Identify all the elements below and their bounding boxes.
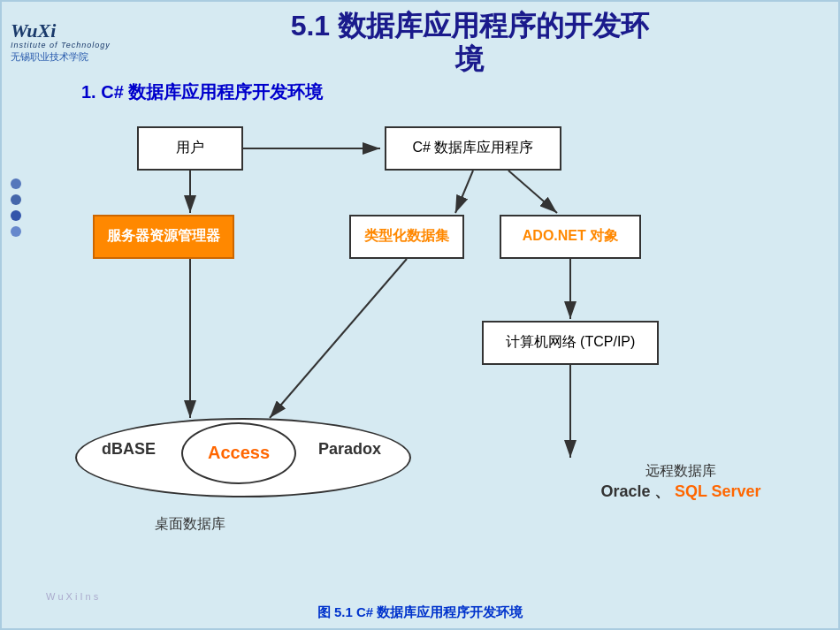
svg-line-4: [508, 171, 557, 213]
watermark: W u X i I n s: [46, 591, 98, 602]
logo-chinese: 无锡职业技术学院: [11, 50, 88, 64]
box-server: 服务器资源管理器: [93, 215, 234, 259]
diagram: 用户 C# 数据库应用程序 服务器资源管理器 类型化数据集 ADO.NET 对象…: [49, 118, 809, 586]
remote-db-label: 远程数据库: [570, 462, 791, 481]
header: WuXi Institute of Technology 无锡职业技术学院 5.…: [2, 2, 838, 80]
box-user: 用户: [137, 126, 243, 171]
remote-db-content: Oracle 、 SQL Server: [570, 481, 791, 502]
box-dataset: 类型化数据集: [349, 215, 464, 259]
label-dbase: dBASE: [102, 440, 156, 459]
logo-institute: Institute of Technology: [11, 41, 111, 49]
header-title: 5.1 数据库应用程序的开发环 境: [119, 9, 821, 77]
box-network: 计算机网络 (TCP/IP): [482, 321, 659, 365]
section-title: 1. C# 数据库应用程序开发环境: [81, 80, 812, 104]
box-ado: ADO.NET 对象: [500, 215, 641, 259]
sql-server-label: SQL Server: [675, 482, 761, 500]
logo-area: WuXi Institute of Technology 无锡职业技术学院: [11, 21, 111, 64]
svg-line-3: [455, 171, 473, 213]
svg-line-6: [270, 259, 407, 418]
ellipse-container: Access dBASE Paradox: [75, 418, 429, 506]
slide-container: WuXi Institute of Technology 无锡职业技术学院 5.…: [0, 0, 840, 630]
box-csharp-app: C# 数据库应用程序: [385, 126, 561, 171]
caption: 图 5.1 C# 数据库应用程序开发环境: [2, 604, 838, 621]
logo-wuxi: WuXi: [11, 21, 56, 41]
oracle-label: Oracle 、: [600, 482, 670, 500]
access-label: Access: [208, 443, 270, 463]
label-paradox: Paradox: [318, 440, 381, 459]
desktop-db-label: 桌面数据库: [155, 515, 225, 534]
ellipse-access: Access: [181, 422, 296, 484]
main-content: 1. C# 数据库应用程序开发环境: [2, 80, 838, 586]
remote-db-area: 远程数据库 Oracle 、 SQL Server: [570, 462, 791, 502]
